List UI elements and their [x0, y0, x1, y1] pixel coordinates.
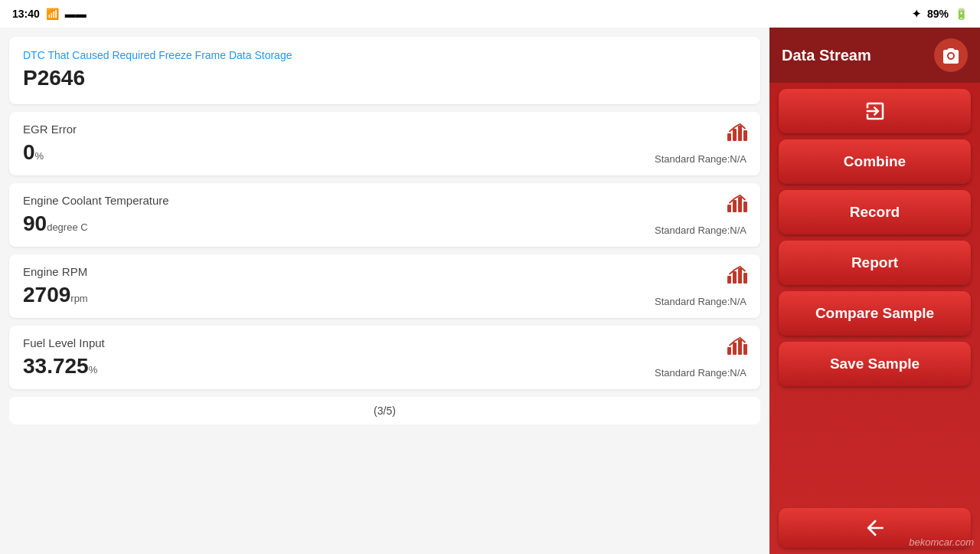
- sensor-value-2: 2709rpm: [23, 283, 88, 307]
- battery-icon: 🔋: [955, 8, 968, 20]
- svg-point-16: [949, 54, 953, 58]
- dtc-label: DTC That Caused Required Freeze Frame Da…: [23, 49, 746, 61]
- status-left: 13:40 📶 ▬▬: [12, 8, 87, 20]
- sensor-value-0: 0%: [23, 140, 44, 165]
- svg-rect-13: [733, 343, 737, 355]
- svg-rect-5: [733, 200, 737, 212]
- svg-rect-14: [738, 339, 742, 355]
- sensor-value-row-0: 0% Standard Range:N/A: [23, 140, 746, 165]
- svg-rect-12: [727, 347, 731, 355]
- sensor-name-3: Fuel Level Input: [23, 336, 746, 349]
- combine-button[interactable]: Combine: [779, 139, 971, 184]
- battery-percent: 89%: [927, 8, 949, 20]
- sensor-name-1: Engine Coolant Temperature: [23, 194, 746, 207]
- svg-rect-11: [743, 273, 747, 284]
- chart-icon-0[interactable]: [727, 121, 751, 146]
- wifi-icon: 📶: [46, 8, 59, 20]
- sensor-row-2: Engine RPM 2709rpm Standard Range:N/A: [9, 254, 760, 318]
- pagination-text: (3/5): [374, 405, 396, 417]
- dtc-card: DTC That Caused Required Freeze Frame Da…: [9, 37, 760, 104]
- svg-rect-10: [738, 268, 742, 284]
- sensor-name-2: Engine RPM: [23, 265, 746, 278]
- svg-rect-2: [738, 126, 742, 141]
- camera-button[interactable]: [934, 38, 968, 72]
- pagination-bar: (3/5): [9, 397, 760, 425]
- report-button[interactable]: Report: [779, 241, 971, 285]
- sensor-value-1: 90degree C: [23, 211, 88, 236]
- sensor-row-0: EGR Error 0% Standard Range:N/A: [9, 112, 760, 175]
- content-area: DTC That Caused Required Freeze Frame Da…: [0, 28, 769, 554]
- time-display: 13:40: [12, 8, 40, 20]
- status-bar: 13:40 📶 ▬▬ ✦ 89% 🔋: [0, 0, 980, 28]
- watermark: bekomcar.com: [909, 536, 974, 548]
- main-container: DTC That Caused Required Freeze Frame Da…: [0, 28, 980, 554]
- export-button[interactable]: [779, 89, 971, 133]
- sensor-row-1: Engine Coolant Temperature 90degree C St…: [9, 183, 760, 247]
- svg-rect-6: [738, 197, 742, 212]
- sidebar-header: Data Stream: [769, 28, 980, 83]
- sensor-row-3: Fuel Level Input 33.725% Standard Range:…: [9, 326, 760, 389]
- sidebar: Data Stream Combine Record Report: [769, 28, 980, 554]
- chart-icon-2[interactable]: [727, 264, 751, 288]
- carrier-icon: ▬▬: [65, 8, 87, 20]
- svg-rect-4: [727, 205, 731, 212]
- svg-rect-8: [727, 276, 731, 284]
- compare-sample-button[interactable]: Compare Sample: [779, 291, 971, 336]
- bluetooth-icon: ✦: [912, 8, 921, 20]
- record-button[interactable]: Record: [779, 190, 971, 234]
- sensor-value-row-1: 90degree C Standard Range:N/A: [23, 211, 746, 236]
- sensor-range-0: Standard Range:N/A: [655, 153, 746, 165]
- chart-icon-1[interactable]: [727, 192, 751, 217]
- sensor-name-0: EGR Error: [23, 123, 746, 136]
- sensor-range-3: Standard Range:N/A: [655, 367, 746, 379]
- svg-rect-7: [743, 202, 747, 212]
- save-sample-button[interactable]: Save Sample: [779, 342, 971, 386]
- dtc-value: P2646: [23, 66, 746, 90]
- svg-rect-3: [743, 130, 747, 141]
- sensor-range-2: Standard Range:N/A: [655, 296, 746, 307]
- sidebar-title: Data Stream: [782, 47, 871, 64]
- status-right: ✦ 89% 🔋: [912, 8, 968, 20]
- sensor-value-row-3: 33.725% Standard Range:N/A: [23, 354, 746, 379]
- sensor-value-3: 33.725%: [23, 354, 97, 379]
- sensor-value-row-2: 2709rpm Standard Range:N/A: [23, 283, 746, 307]
- svg-rect-9: [733, 271, 737, 284]
- chart-icon-3[interactable]: [727, 335, 751, 359]
- svg-rect-15: [743, 344, 747, 355]
- sensor-range-1: Standard Range:N/A: [655, 225, 746, 236]
- svg-rect-1: [733, 129, 737, 141]
- svg-rect-0: [727, 133, 731, 141]
- sidebar-buttons: Combine Record Report Compare Sample Sav…: [769, 83, 980, 502]
